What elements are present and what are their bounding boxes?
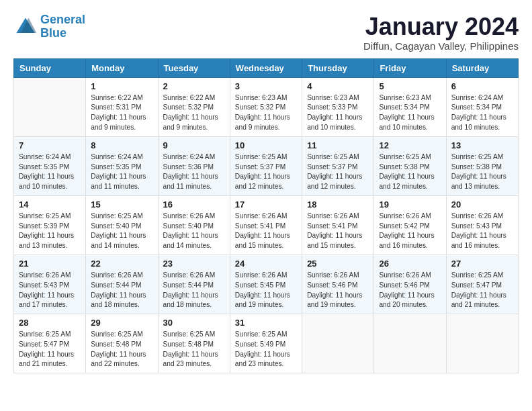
day-number: 21 [19, 259, 81, 269]
calendar-day-cell: 15Sunrise: 6:25 AM Sunset: 5:40 PM Dayli… [86, 195, 158, 255]
day-number: 9 [163, 140, 225, 150]
weekday-header-sunday: Sunday [14, 58, 86, 77]
day-number: 16 [163, 199, 225, 210]
day-info: Sunrise: 6:25 AM Sunset: 5:40 PM Dayligh… [91, 212, 152, 251]
day-info: Sunrise: 6:26 AM Sunset: 5:43 PM Dayligh… [19, 271, 81, 310]
calendar-week-row: 7Sunrise: 6:24 AM Sunset: 5:35 PM Daylig… [14, 136, 519, 195]
weekday-header-tuesday: Tuesday [158, 58, 230, 77]
day-info: Sunrise: 6:23 AM Sunset: 5:33 PM Dayligh… [307, 93, 369, 133]
logo: General Blue [13, 13, 85, 40]
day-info: Sunrise: 6:26 AM Sunset: 5:42 PM Dayligh… [379, 212, 441, 251]
day-info: Sunrise: 6:25 AM Sunset: 5:47 PM Dayligh… [19, 330, 81, 369]
day-number: 6 [451, 81, 513, 91]
day-info: Sunrise: 6:25 AM Sunset: 5:49 PM Dayligh… [235, 330, 297, 369]
day-info: Sunrise: 6:23 AM Sunset: 5:34 PM Dayligh… [379, 93, 441, 133]
day-info: Sunrise: 6:22 AM Sunset: 5:32 PM Dayligh… [163, 93, 225, 133]
day-number: 12 [379, 140, 441, 150]
day-number: 7 [19, 140, 81, 150]
month-title: January 2024 [363, 13, 519, 40]
day-number: 29 [91, 318, 152, 328]
calendar-day-cell: 7Sunrise: 6:24 AM Sunset: 5:35 PM Daylig… [14, 136, 86, 195]
calendar-day-cell: 31Sunrise: 6:25 AM Sunset: 5:49 PM Dayli… [230, 314, 302, 373]
calendar-day-cell: 1Sunrise: 6:22 AM Sunset: 5:31 PM Daylig… [86, 77, 158, 136]
calendar-day-cell: 5Sunrise: 6:23 AM Sunset: 5:34 PM Daylig… [374, 77, 446, 136]
calendar-day-cell [14, 77, 86, 136]
calendar-week-row: 28Sunrise: 6:25 AM Sunset: 5:47 PM Dayli… [14, 314, 519, 373]
day-info: Sunrise: 6:25 AM Sunset: 5:48 PM Dayligh… [163, 330, 225, 369]
day-info: Sunrise: 6:24 AM Sunset: 5:35 PM Dayligh… [19, 152, 81, 192]
calendar-day-cell: 6Sunrise: 6:24 AM Sunset: 5:34 PM Daylig… [446, 77, 518, 136]
day-info: Sunrise: 6:22 AM Sunset: 5:31 PM Dayligh… [91, 93, 152, 133]
day-number: 17 [235, 199, 297, 210]
calendar-day-cell: 17Sunrise: 6:26 AM Sunset: 5:41 PM Dayli… [230, 195, 302, 255]
calendar-day-cell: 28Sunrise: 6:25 AM Sunset: 5:47 PM Dayli… [14, 314, 86, 373]
day-info: Sunrise: 6:26 AM Sunset: 5:45 PM Dayligh… [235, 271, 297, 310]
day-info: Sunrise: 6:25 AM Sunset: 5:47 PM Dayligh… [451, 271, 513, 310]
weekday-header-thursday: Thursday [302, 58, 374, 77]
day-number: 24 [235, 259, 297, 269]
calendar-day-cell: 8Sunrise: 6:24 AM Sunset: 5:35 PM Daylig… [86, 136, 158, 195]
location: Diffun, Cagayan Valley, Philippines [363, 40, 519, 52]
day-info: Sunrise: 6:26 AM Sunset: 5:46 PM Dayligh… [307, 271, 369, 310]
day-number: 8 [91, 140, 152, 150]
calendar-day-cell: 26Sunrise: 6:26 AM Sunset: 5:46 PM Dayli… [374, 255, 446, 314]
day-info: Sunrise: 6:26 AM Sunset: 5:44 PM Dayligh… [163, 271, 225, 310]
day-number: 30 [163, 318, 225, 328]
calendar-day-cell: 11Sunrise: 6:25 AM Sunset: 5:37 PM Dayli… [302, 136, 374, 195]
calendar-day-cell [446, 314, 518, 373]
weekday-header-friday: Friday [374, 58, 446, 77]
day-number: 20 [451, 199, 513, 210]
day-info: Sunrise: 6:26 AM Sunset: 5:44 PM Dayligh… [91, 271, 152, 310]
weekday-header-row: SundayMondayTuesdayWednesdayThursdayFrid… [14, 58, 519, 77]
day-number: 19 [379, 199, 441, 210]
day-info: Sunrise: 6:24 AM Sunset: 5:35 PM Dayligh… [91, 152, 152, 192]
day-number: 25 [307, 259, 369, 269]
title-section: January 2024 Diffun, Cagayan Valley, Phi… [363, 13, 519, 52]
calendar-day-cell: 30Sunrise: 6:25 AM Sunset: 5:48 PM Dayli… [158, 314, 230, 373]
calendar-day-cell: 3Sunrise: 6:23 AM Sunset: 5:32 PM Daylig… [230, 77, 302, 136]
calendar-day-cell: 10Sunrise: 6:25 AM Sunset: 5:37 PM Dayli… [230, 136, 302, 195]
day-info: Sunrise: 6:25 AM Sunset: 5:38 PM Dayligh… [379, 152, 441, 192]
day-number: 10 [235, 140, 297, 150]
calendar-day-cell [374, 314, 446, 373]
day-info: Sunrise: 6:26 AM Sunset: 5:46 PM Dayligh… [379, 271, 441, 310]
day-info: Sunrise: 6:26 AM Sunset: 5:41 PM Dayligh… [235, 212, 297, 251]
day-info: Sunrise: 6:24 AM Sunset: 5:36 PM Dayligh… [163, 152, 225, 192]
calendar-day-cell: 13Sunrise: 6:25 AM Sunset: 5:38 PM Dayli… [446, 136, 518, 195]
day-number: 13 [451, 140, 513, 150]
calendar-day-cell: 20Sunrise: 6:26 AM Sunset: 5:43 PM Dayli… [446, 195, 518, 255]
logo-line2: Blue [40, 26, 66, 40]
day-info: Sunrise: 6:26 AM Sunset: 5:41 PM Dayligh… [307, 212, 369, 251]
day-number: 11 [307, 140, 369, 150]
calendar-week-row: 1Sunrise: 6:22 AM Sunset: 5:31 PM Daylig… [14, 77, 519, 136]
day-number: 4 [307, 81, 369, 91]
calendar-day-cell: 21Sunrise: 6:26 AM Sunset: 5:43 PM Dayli… [14, 255, 86, 314]
calendar-day-cell: 4Sunrise: 6:23 AM Sunset: 5:33 PM Daylig… [302, 77, 374, 136]
day-number: 28 [19, 318, 81, 328]
day-info: Sunrise: 6:25 AM Sunset: 5:38 PM Dayligh… [451, 152, 513, 192]
page-header: General Blue January 2024 Diffun, Cagaya… [13, 13, 519, 52]
calendar-day-cell: 27Sunrise: 6:25 AM Sunset: 5:47 PM Dayli… [446, 255, 518, 314]
calendar-day-cell: 9Sunrise: 6:24 AM Sunset: 5:36 PM Daylig… [158, 136, 230, 195]
day-number: 1 [91, 81, 152, 91]
day-number: 23 [163, 259, 225, 269]
calendar-day-cell: 23Sunrise: 6:26 AM Sunset: 5:44 PM Dayli… [158, 255, 230, 314]
calendar-day-cell: 14Sunrise: 6:25 AM Sunset: 5:39 PM Dayli… [14, 195, 86, 255]
day-number: 5 [379, 81, 441, 91]
calendar-table: SundayMondayTuesdayWednesdayThursdayFrid… [13, 58, 519, 374]
calendar-day-cell: 19Sunrise: 6:26 AM Sunset: 5:42 PM Dayli… [374, 195, 446, 255]
day-info: Sunrise: 6:25 AM Sunset: 5:37 PM Dayligh… [307, 152, 369, 192]
day-info: Sunrise: 6:25 AM Sunset: 5:39 PM Dayligh… [19, 212, 81, 251]
logo-line1: General [40, 13, 85, 26]
calendar-week-row: 14Sunrise: 6:25 AM Sunset: 5:39 PM Dayli… [14, 195, 519, 255]
day-info: Sunrise: 6:25 AM Sunset: 5:48 PM Dayligh… [91, 330, 152, 369]
calendar-day-cell: 2Sunrise: 6:22 AM Sunset: 5:32 PM Daylig… [158, 77, 230, 136]
day-number: 2 [163, 81, 225, 91]
weekday-header-wednesday: Wednesday [230, 58, 302, 77]
logo-icon [13, 15, 38, 39]
day-number: 31 [235, 318, 297, 328]
day-number: 26 [379, 259, 441, 269]
day-number: 18 [307, 199, 369, 210]
day-number: 27 [451, 259, 513, 269]
day-info: Sunrise: 6:24 AM Sunset: 5:34 PM Dayligh… [451, 93, 513, 133]
